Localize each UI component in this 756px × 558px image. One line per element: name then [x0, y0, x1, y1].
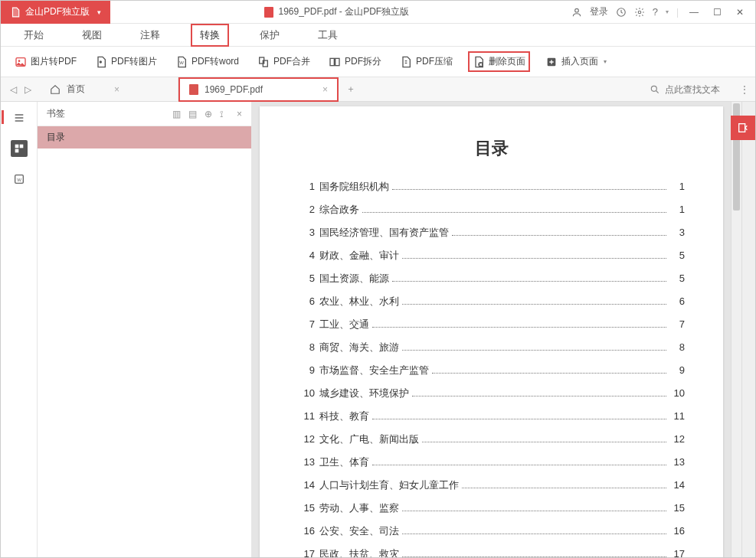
- toc-row[interactable]: 17民政、扶贫、救灾17: [298, 547, 685, 558]
- menu-tools[interactable]: 工具: [310, 25, 345, 45]
- app-dropdown-icon[interactable]: ▾: [97, 8, 101, 16]
- tab-file-close[interactable]: ×: [322, 84, 328, 95]
- toc-row[interactable]: 12文化、广电、新闻出版12: [298, 432, 685, 446]
- menubar: 开始 视图 注释 转换 保护 工具: [1, 24, 755, 47]
- vertical-scrollbar[interactable]: [731, 102, 741, 558]
- toc-row[interactable]: 13卫生、体育13: [298, 455, 685, 469]
- toc-row[interactable]: 14人口与计划生育、妇女儿童工作14: [298, 478, 685, 492]
- toc-page: 11: [669, 410, 685, 422]
- toc-number: 1: [298, 181, 315, 192]
- toc-row[interactable]: 6农业、林业、水利6: [298, 295, 685, 308]
- menu-annotate[interactable]: 注释: [133, 25, 168, 45]
- toc-leader: [402, 511, 666, 511]
- bm-action-1-icon[interactable]: ▥: [172, 109, 181, 119]
- float-convert-icon[interactable]: [731, 116, 755, 140]
- toc-title: 科技、教育: [319, 410, 369, 423]
- collapse-panel-icon[interactable]: ⋮: [734, 84, 755, 95]
- tool-delete-page[interactable]: 删除页面: [468, 51, 530, 72]
- tab-home-close[interactable]: ×: [114, 84, 119, 95]
- toc-row[interactable]: 8商贸、海关、旅游8: [298, 341, 685, 354]
- toc-title: 综合政务: [319, 203, 359, 217]
- search-input[interactable]: [665, 84, 726, 95]
- bookmark-item[interactable]: 目录: [38, 126, 251, 148]
- bookmark-close-icon[interactable]: ×: [237, 109, 242, 119]
- toc-page: 13: [669, 456, 685, 468]
- svg-point-0: [574, 8, 578, 12]
- sidebar-word-icon[interactable]: W: [11, 171, 28, 188]
- history-icon[interactable]: [616, 7, 627, 18]
- toc-row[interactable]: 5国土资源、能源5: [298, 272, 685, 286]
- settings-icon[interactable]: [634, 7, 645, 18]
- toc-leader: [402, 350, 666, 351]
- toc-leader: [422, 442, 666, 442]
- help-icon[interactable]: ?: [653, 6, 658, 18]
- tool-pdf-compress[interactable]: PDF压缩: [397, 53, 456, 70]
- toc-leader: [452, 235, 666, 236]
- tool-pdf-split[interactable]: PDF拆分: [326, 53, 385, 70]
- close-button[interactable]: ✕: [732, 7, 748, 18]
- toc-page: 5: [669, 272, 685, 284]
- toc-page: 3: [669, 227, 685, 238]
- insert-page-icon: [545, 56, 558, 68]
- toc-row[interactable]: 9市场监督、安全生产监管9: [298, 364, 685, 377]
- new-tab-button[interactable]: ＋: [339, 83, 363, 96]
- toc-title: 公安、安全、司法: [319, 524, 399, 538]
- tab-home[interactable]: 首页 ×: [41, 77, 178, 102]
- toc-page: 5: [669, 250, 685, 261]
- svg-rect-15: [19, 145, 23, 148]
- search-icon: [650, 84, 660, 95]
- toc-row[interactable]: 7工业、交通7: [298, 318, 685, 331]
- tool-insert-page[interactable]: 插入页面 ▾: [542, 53, 610, 70]
- toc-row[interactable]: 16公安、安全、司法16: [298, 524, 685, 538]
- sidebar-outline-icon[interactable]: [11, 109, 28, 126]
- active-indicator: [2, 110, 4, 124]
- minimize-button[interactable]: —: [686, 7, 702, 18]
- tool-pdf-merge[interactable]: PDF合并: [254, 53, 313, 70]
- toc-number: 2: [298, 204, 315, 215]
- menu-protect[interactable]: 保护: [252, 25, 287, 45]
- app-title[interactable]: 金山PDF独立版 ▾: [1, 1, 110, 24]
- toc-row[interactable]: 2综合政务1: [298, 203, 685, 217]
- toc-number: 16: [298, 525, 315, 537]
- toc-title: 民政、扶贫、救灾: [319, 547, 399, 558]
- user-icon[interactable]: [571, 7, 582, 18]
- toc-title: 国民经济管理、国有资产监管: [319, 226, 449, 240]
- toc-page: 16: [669, 525, 685, 537]
- toc-row[interactable]: 10城乡建设、环境保护10: [298, 387, 685, 400]
- tab-file[interactable]: 1969_PDF.pdf ×: [178, 77, 339, 102]
- nav-back-icon[interactable]: ◁: [10, 84, 17, 95]
- menu-start[interactable]: 开始: [16, 25, 51, 45]
- svg-rect-9: [330, 58, 334, 65]
- toc-number: 9: [298, 364, 315, 376]
- toolbar: 图片转PDF PDF转图片 W PDF转word PDF合并 PDF拆分 PDF…: [1, 47, 755, 77]
- toc-row[interactable]: 4财政、金融、审计5: [298, 249, 685, 263]
- maximize-button[interactable]: ☐: [709, 7, 725, 18]
- svg-text:W: W: [17, 178, 21, 182]
- toc-row[interactable]: 11科技、教育11: [298, 410, 685, 423]
- tool-img-to-pdf[interactable]: 图片转PDF: [11, 53, 80, 70]
- toc-row[interactable]: 3国民经济管理、国有资产监管3: [298, 226, 685, 240]
- bm-bookmark-icon[interactable]: ⟟: [220, 109, 223, 119]
- search-area[interactable]: [642, 84, 734, 95]
- titlebar: 金山PDF独立版 ▾ 1969_PDF.pdf - 金山PDF独立版 登录 ? …: [1, 1, 755, 24]
- menu-convert[interactable]: 转换: [191, 24, 229, 47]
- document-page: 目录 1国务院组织机构12综合政务13国民经济管理、国有资产监管34财政、金融、…: [260, 106, 723, 558]
- sidebar-thumbnails-icon[interactable]: [11, 140, 28, 157]
- tool-pdf-to-img[interactable]: PDF转图片: [92, 53, 160, 70]
- document-area: 目录 1国务院组织机构12综合政务13国民经济管理、国有资产监管34财政、金融、…: [252, 102, 755, 558]
- bm-add-icon[interactable]: ⊕: [205, 109, 212, 119]
- toc-row[interactable]: 15劳动、人事、监察15: [298, 501, 685, 515]
- delete-page-icon: [473, 56, 485, 68]
- toc-page: 8: [669, 341, 685, 353]
- toc-number: 3: [298, 227, 315, 238]
- svg-rect-14: [15, 145, 18, 148]
- login-link[interactable]: 登录: [590, 5, 608, 18]
- menu-view[interactable]: 视图: [74, 25, 110, 45]
- word-icon: W: [175, 56, 188, 68]
- nav-forward-icon[interactable]: ▷: [25, 84, 31, 95]
- toc-row[interactable]: 1国务院组织机构1: [298, 180, 685, 194]
- bm-action-2-icon[interactable]: ▤: [188, 109, 197, 119]
- toc-number: 7: [298, 318, 315, 330]
- tool-pdf-to-word[interactable]: W PDF转word: [172, 53, 242, 70]
- toc-number: 4: [298, 250, 315, 261]
